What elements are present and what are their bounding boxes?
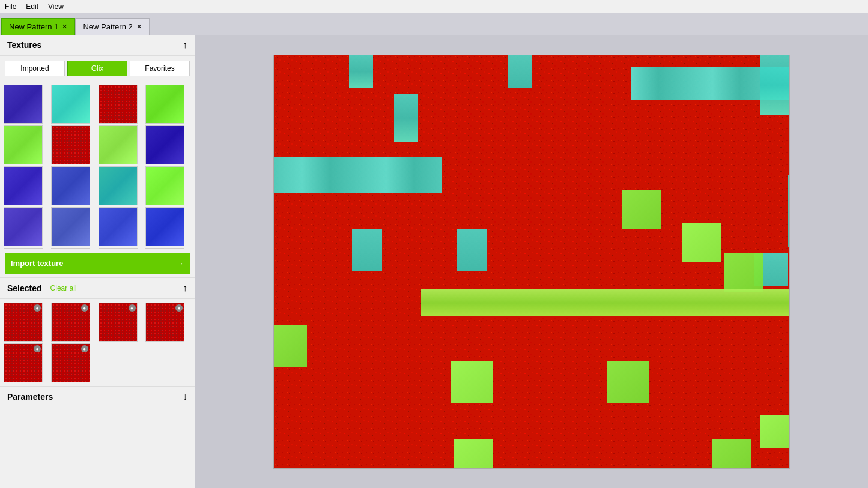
texture-item[interactable] — [51, 85, 90, 124]
selected-collapse-btn[interactable]: ↑ — [183, 283, 187, 294]
texture-item[interactable] — [4, 166, 43, 205]
tab-glix[interactable]: Glix — [67, 61, 127, 76]
canvas-block — [451, 361, 493, 403]
canvas-frame — [273, 55, 790, 469]
textures-section-header: Textures ↑ — [0, 35, 195, 56]
texture-item[interactable] — [4, 207, 43, 246]
texture-item[interactable] — [4, 248, 43, 249]
textures-collapse-btn[interactable]: ↑ — [183, 40, 187, 50]
canvas-block — [682, 223, 721, 262]
texture-item[interactable] — [145, 166, 184, 205]
canvas-block — [274, 325, 307, 367]
canvas-block — [421, 289, 790, 316]
canvas-block — [274, 157, 442, 193]
menu-edit[interactable]: Edit — [26, 2, 38, 11]
import-texture-label: Import texture — [11, 259, 63, 268]
texture-item[interactable] — [51, 248, 90, 249]
canvas-block — [788, 175, 790, 247]
parameters-collapse-btn[interactable]: ↓ — [183, 391, 187, 402]
selected-item[interactable]: ● — [51, 343, 90, 382]
texture-item[interactable] — [145, 125, 184, 164]
tab-2-label: New Pattern 2 — [83, 22, 132, 31]
texture-item[interactable] — [4, 85, 43, 124]
sidebar: Textures ↑ Imported Glix Favorites — [0, 35, 195, 488]
texture-tabs: Imported Glix Favorites — [0, 56, 195, 81]
canvas-block — [508, 55, 532, 88]
canvas-block — [457, 229, 487, 271]
texture-item[interactable] — [99, 248, 138, 249]
menu-bar: File Edit View — [0, 0, 868, 13]
canvas-block — [454, 439, 493, 469]
selected-item[interactable]: ● — [4, 343, 43, 382]
canvas-block — [394, 94, 418, 142]
tab-favorites[interactable]: Favorites — [130, 61, 190, 76]
texture-item[interactable] — [51, 207, 90, 246]
selected-title: Selected — [7, 283, 42, 293]
texture-item[interactable] — [145, 248, 184, 249]
remove-item-btn[interactable]: ● — [81, 345, 88, 352]
tab-1-label: New Pattern 1 — [9, 22, 58, 31]
canvas-block — [622, 190, 661, 229]
parameters-section-header: Parameters ↓ — [0, 386, 195, 407]
tab-pattern-1[interactable]: New Pattern 1 ✕ — [1, 18, 75, 35]
texture-item[interactable] — [51, 166, 90, 205]
tab-imported[interactable]: Imported — [5, 61, 65, 76]
import-arrow-icon: → — [176, 259, 184, 268]
remove-item-btn[interactable]: ● — [34, 345, 41, 352]
main-layout: Textures ↑ Imported Glix Favorites — [0, 35, 868, 488]
selected-section-header: Selected Clear all ↑ — [0, 277, 195, 299]
texture-item[interactable] — [99, 85, 138, 124]
remove-item-btn[interactable]: ● — [34, 304, 41, 312]
texture-item[interactable] — [99, 207, 138, 246]
parameters-title: Parameters — [7, 392, 53, 402]
tab-pattern-2[interactable]: New Pattern 2 ✕ — [75, 18, 149, 35]
texture-item[interactable] — [145, 85, 184, 124]
selected-item[interactable]: ● — [4, 303, 43, 342]
menu-view[interactable]: View — [48, 2, 64, 11]
canvas-area — [195, 35, 868, 488]
remove-item-btn[interactable]: ● — [175, 304, 183, 312]
canvas-block — [352, 229, 382, 271]
texture-item[interactable] — [145, 207, 184, 246]
canvas-block — [760, 415, 790, 448]
remove-item-btn[interactable]: ● — [129, 304, 136, 312]
import-texture-button[interactable]: Import texture → — [5, 253, 190, 274]
selected-item[interactable]: ● — [145, 303, 184, 342]
menu-file[interactable]: File — [5, 2, 16, 11]
texture-item[interactable] — [4, 125, 43, 164]
clear-all-button[interactable]: Clear all — [50, 284, 77, 292]
texture-grid — [0, 81, 195, 249]
canvas-block — [607, 361, 649, 403]
canvas-block — [349, 55, 373, 88]
selected-item[interactable]: ● — [51, 303, 90, 342]
remove-item-btn[interactable]: ● — [81, 304, 88, 312]
selected-item[interactable]: ● — [99, 303, 138, 342]
texture-item[interactable] — [99, 166, 138, 205]
textures-title: Textures — [7, 40, 41, 50]
canvas-block — [724, 253, 763, 292]
tab-1-close[interactable]: ✕ — [62, 23, 67, 31]
canvas-block — [760, 55, 790, 115]
tabs-bar: New Pattern 1 ✕ New Pattern 2 ✕ — [0, 13, 868, 35]
tab-2-close[interactable]: ✕ — [136, 23, 142, 31]
selected-grid: ● ● ● ● ● ● — [0, 299, 195, 386]
texture-item[interactable] — [51, 125, 90, 164]
texture-item[interactable] — [99, 125, 138, 164]
canvas-block — [712, 439, 751, 469]
